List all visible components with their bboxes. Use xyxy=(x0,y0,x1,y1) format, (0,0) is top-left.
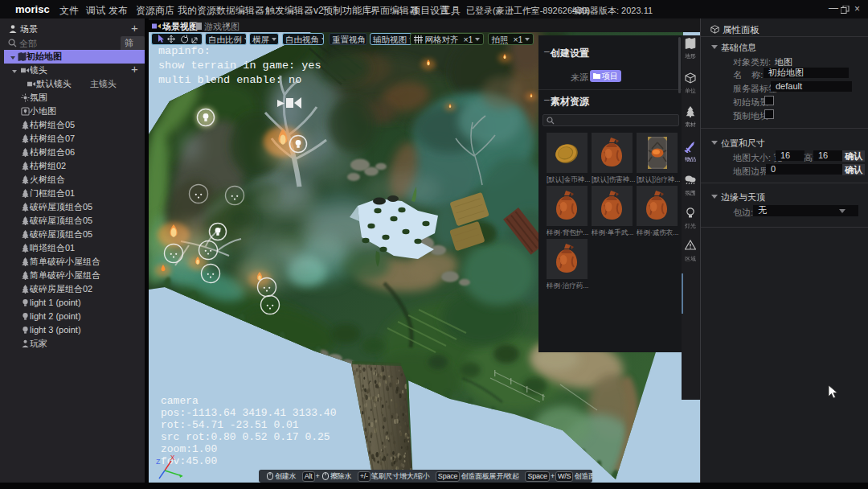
svg-text:X: X xyxy=(170,454,175,462)
svg-text:Z: Z xyxy=(156,458,161,466)
